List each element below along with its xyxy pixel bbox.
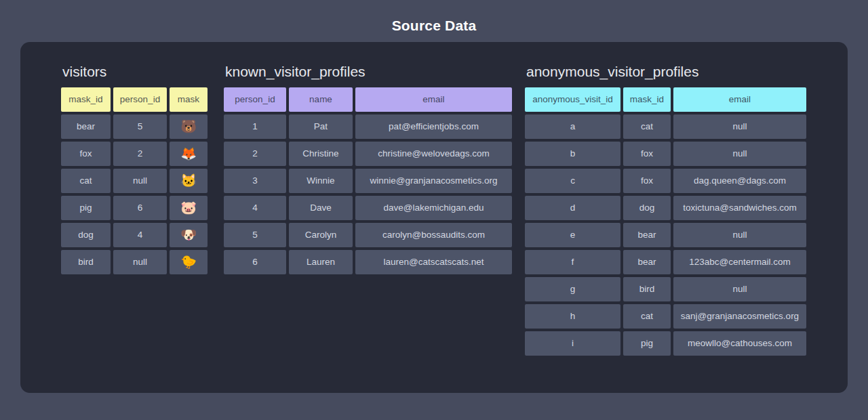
table-cell: 6 (113, 196, 167, 220)
table-cell: e (525, 223, 620, 247)
page-title: Source Data (0, 0, 868, 34)
column-header: name (289, 87, 353, 112)
table-cell: null (673, 277, 806, 301)
column-header: mask_id (61, 87, 111, 112)
table-cell: dave@lakemichigan.edu (355, 196, 512, 220)
table-cell: 5 (113, 114, 167, 139)
table-cell: 🐶 (170, 223, 208, 247)
table-cell: d (525, 196, 620, 220)
table-cell: null (673, 142, 806, 166)
table-cell: null (673, 223, 806, 247)
table-cell: a (525, 114, 620, 139)
table-cell: 4 (224, 196, 286, 220)
table-cell: Pat (289, 114, 353, 139)
source-data-screen: Source Data visitorsmask_idperson_idmask… (0, 0, 868, 34)
column-header: person_id (224, 87, 286, 112)
table-cell: bear (623, 223, 671, 247)
table-cell: h (525, 304, 620, 329)
table-grid: mask_idperson_idmaskbear5🐻fox2🦊catnull🐱p… (61, 87, 208, 274)
table-cell: f (525, 250, 620, 274)
table-cell: carolyn@bossaudits.com (355, 223, 512, 247)
table-cell: toxictuna@sandwiches.com (673, 196, 806, 220)
table-cell: 1 (224, 114, 286, 139)
table-cell: dog (623, 196, 671, 220)
table-cell: 🐻 (170, 114, 208, 139)
table-cell: lauren@catscatscats.net (355, 250, 512, 274)
table-known-visitor-profiles: known_visitor_profilesperson_idnameemail… (224, 64, 512, 274)
table-cell: 3 (224, 169, 286, 193)
table-cell: 5 (224, 223, 286, 247)
table-cell: b (525, 142, 620, 166)
table-cell: 6 (224, 250, 286, 274)
table-cell: meowllo@cathouses.com (673, 331, 806, 356)
table-cell: 🐱 (170, 169, 208, 193)
table-cell: sanj@granjanacosmetics.org (673, 304, 806, 329)
table-title: anonymous_visitor_profiles (526, 64, 806, 80)
table-cell: null (113, 250, 167, 274)
table-cell: g (525, 277, 620, 301)
table-cell: i (525, 331, 620, 356)
table-cell: Carolyn (289, 223, 353, 247)
table-cell: fox (61, 142, 111, 166)
table-cell: dag.queen@dags.com (673, 169, 806, 193)
table-cell: Christine (289, 142, 353, 166)
table-title: known_visitor_profiles (225, 64, 512, 80)
column-header: mask_id (623, 87, 671, 112)
table-cell: pig (61, 196, 111, 220)
table-cell: pig (623, 331, 671, 356)
table-cell: Lauren (289, 250, 353, 274)
table-cell: dog (61, 223, 111, 247)
table-cell: pat@efficientjobs.com (355, 114, 512, 139)
table-cell: 🐷 (170, 196, 208, 220)
table-cell: cat (623, 304, 671, 329)
table-cell: cat (61, 169, 111, 193)
table-cell: Winnie (289, 169, 353, 193)
table-cell: 123abc@centermail.com (673, 250, 806, 274)
table-cell: bear (61, 114, 111, 139)
table-anonymous-visitor-profiles: anonymous_visitor_profilesanonymous_visi… (525, 64, 806, 356)
table-grid: anonymous_visit_idmask_idemailacatnullbf… (525, 87, 806, 356)
table-cell: 🦊 (170, 142, 208, 166)
column-header: person_id (113, 87, 167, 112)
column-header: email (673, 87, 806, 112)
column-header: mask (170, 87, 208, 112)
table-cell: null (673, 114, 806, 139)
table-cell: 2 (224, 142, 286, 166)
table-cell: bird (623, 277, 671, 301)
table-cell: 4 (113, 223, 167, 247)
table-cell: Dave (289, 196, 353, 220)
table-cell: fox (623, 169, 671, 193)
table-visitors: visitorsmask_idperson_idmaskbear5🐻fox2🦊c… (61, 64, 208, 274)
table-cell: bear (623, 250, 671, 274)
table-cell: c (525, 169, 620, 193)
source-data-panel: visitorsmask_idperson_idmaskbear5🐻fox2🦊c… (20, 42, 848, 393)
table-cell: bird (61, 250, 111, 274)
table-cell: winnie@granjanacosmetics.org (355, 169, 512, 193)
column-header: anonymous_visit_id (525, 87, 620, 112)
table-cell: 2 (113, 142, 167, 166)
table-cell: christine@welovedags.com (355, 142, 512, 166)
table-cell: null (113, 169, 167, 193)
table-cell: 🐤 (170, 250, 208, 274)
table-cell: fox (623, 142, 671, 166)
table-title: visitors (62, 64, 208, 80)
table-cell: cat (623, 114, 671, 139)
column-header: email (355, 87, 512, 112)
table-grid: person_idnameemail1Patpat@efficientjobs.… (224, 87, 512, 274)
